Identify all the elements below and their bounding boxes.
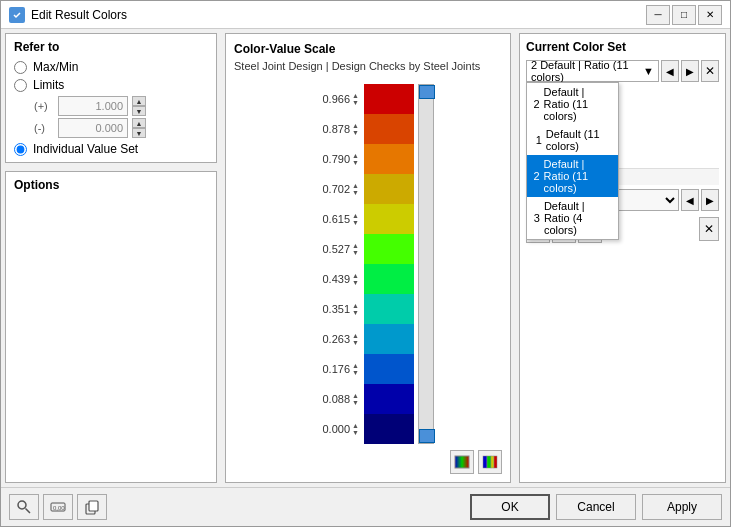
color-swatch-7[interactable] [364,294,414,324]
color-swatch-2[interactable] [364,144,414,174]
dropdown-item-2[interactable]: 2 Default | Ratio (11 colors) [527,155,618,197]
value-row-2: 0.790▲▼ [300,144,362,174]
spin-up-9[interactable]: ▲ [352,362,362,369]
minus-spin-down[interactable]: ▼ [132,128,146,138]
minus-spinner: ▲ ▼ [132,118,146,138]
value-text-8: 0.263 [300,333,350,345]
dropdown-list: 2 Default | Ratio (11 colors) 1 Default … [526,82,619,240]
spin-up-3[interactable]: ▲ [352,182,362,189]
spin-arrows-6: ▲▼ [352,272,362,286]
value-row-0: 0.966▲▼ [300,84,362,114]
dropdown-item-1[interactable]: 1 Default (11 colors) [527,125,618,155]
value-nav-prev[interactable]: ◀ [681,189,699,211]
spin-up-7[interactable]: ▲ [352,302,362,309]
main-window: Edit Result Colors ─ □ ✕ Refer to Max/Mi… [0,0,731,527]
spin-up-10[interactable]: ▲ [352,392,362,399]
spin-down-3[interactable]: ▼ [352,189,362,196]
options-title: Options [14,178,208,192]
close-button[interactable]: ✕ [698,5,722,25]
spin-down-8[interactable]: ▼ [352,339,362,346]
radio-group: Max/Min Limits (+) 1.000 ▲ ▼ [14,60,208,156]
spin-arrows-7: ▲▼ [352,302,362,316]
spin-up-6[interactable]: ▲ [352,272,362,279]
value-text-1: 0.878 [300,123,350,135]
plus-spin-up[interactable]: ▲ [132,96,146,106]
radio-limits[interactable]: Limits [14,78,208,92]
minimize-button[interactable]: ─ [646,5,670,25]
radio-individual-input[interactable] [14,143,27,156]
spin-down-5[interactable]: ▼ [352,249,362,256]
spin-down-4[interactable]: ▼ [352,219,362,226]
scale-tool-1[interactable] [450,450,474,474]
dropdown-item-0[interactable]: 2 Default | Ratio (11 colors) [527,83,618,125]
color-swatch-6[interactable] [364,264,414,294]
radio-maxmin-input[interactable] [14,61,27,74]
value-text-11: 0.000 [300,423,350,435]
color-swatch-3[interactable] [364,174,414,204]
value-row-6: 0.439▲▼ [300,264,362,294]
color-swatch-1[interactable] [364,114,414,144]
refer-to-title: Refer to [14,40,208,54]
window-controls: ─ □ ✕ [646,5,722,25]
spin-down-7[interactable]: ▼ [352,309,362,316]
bottom-icon-group: 0,00 [9,494,464,520]
apply-button[interactable]: Apply [642,494,722,520]
color-set-close-button[interactable]: ✕ [701,60,719,82]
svg-text:0,00: 0,00 [53,505,65,511]
value-nav-next[interactable]: ▶ [701,189,719,211]
item-label-2: Default | Ratio (11 colors) [544,158,612,194]
color-swatch-0[interactable] [364,84,414,114]
spin-up-1[interactable]: ▲ [352,122,362,129]
spin-down-10[interactable]: ▼ [352,399,362,406]
maximize-button[interactable]: □ [672,5,696,25]
svg-rect-3 [487,456,491,468]
radio-individual[interactable]: Individual Value Set [14,142,208,156]
value-row-1: 0.878▲▼ [300,114,362,144]
plus-value-input[interactable]: 1.000 [58,96,128,116]
nav-next-button[interactable]: ▶ [681,60,699,82]
slider-top-thumb[interactable] [419,85,435,99]
color-swatch-8[interactable] [364,324,414,354]
item-label-3: Default | Ratio (4 colors) [544,200,612,236]
color-swatch-5[interactable] [364,234,414,264]
spin-up-11[interactable]: ▲ [352,422,362,429]
color-swatch-11[interactable] [364,414,414,444]
spin-down-2[interactable]: ▼ [352,159,362,166]
scale-tool-2[interactable] [478,450,502,474]
delete-button[interactable]: ✕ [699,217,719,241]
minus-value-input[interactable]: 0.000 [58,118,128,138]
title-bar: Edit Result Colors ─ □ ✕ [1,1,730,29]
color-swatch-10[interactable] [364,384,414,414]
slider-bottom-thumb[interactable] [419,429,435,443]
spin-up-0[interactable]: ▲ [352,92,362,99]
spin-down-0[interactable]: ▼ [352,99,362,106]
spin-up-2[interactable]: ▲ [352,152,362,159]
minus-spin-up[interactable]: ▲ [132,118,146,128]
value-text-5: 0.527 [300,243,350,255]
spin-down-1[interactable]: ▼ [352,129,362,136]
spin-up-4[interactable]: ▲ [352,212,362,219]
color-scale-section: Color-Value Scale Steel Joint Design | D… [225,33,511,483]
plus-spin-down[interactable]: ▼ [132,106,146,116]
nav-prev-button[interactable]: ◀ [661,60,679,82]
dropdown-item-3[interactable]: 3 Default | Ratio (4 colors) [527,197,618,239]
ok-button[interactable]: OK [470,494,550,520]
spin-up-5[interactable]: ▲ [352,242,362,249]
color-swatch-4[interactable] [364,204,414,234]
cancel-button[interactable]: Cancel [556,494,636,520]
color-scale-title: Color-Value Scale [234,42,502,56]
color-swatch-9[interactable] [364,354,414,384]
radio-maxmin[interactable]: Max/Min [14,60,208,74]
value-display-button[interactable]: 0,00 [43,494,73,520]
radio-limits-input[interactable] [14,79,27,92]
value-text-3: 0.702 [300,183,350,195]
spin-up-8[interactable]: ▲ [352,332,362,339]
content-area: Refer to Max/Min Limits (+) 1.000 [1,29,730,487]
search-icon-button[interactable] [9,494,39,520]
spin-down-9[interactable]: ▼ [352,369,362,376]
copy-icon-button[interactable] [77,494,107,520]
plus-row: (+) 1.000 ▲ ▼ [34,96,208,116]
dropdown-trigger[interactable]: 2 Default | Ratio (11 colors) ▼ [526,60,659,82]
spin-down-11[interactable]: ▼ [352,429,362,436]
spin-down-6[interactable]: ▼ [352,279,362,286]
